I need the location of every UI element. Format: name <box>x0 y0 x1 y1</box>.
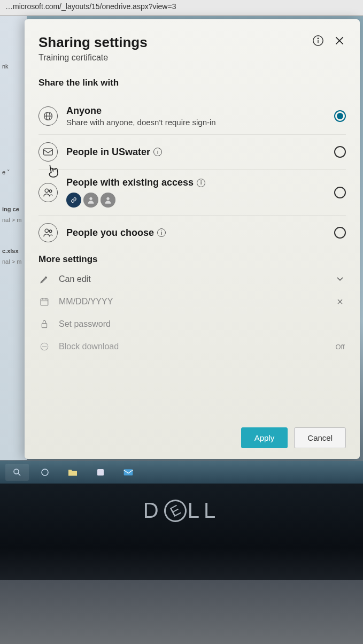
desk-surface <box>0 580 363 644</box>
bg-file2: c.xlsx <box>0 243 27 258</box>
bg-nav-item: nk <box>0 59 27 74</box>
more-settings-section: More settings Can edit MM/DD/YYYY Set p <box>38 254 346 358</box>
url-text: …microsoft.com/_layouts/15/onedrive.aspx… <box>5 2 176 11</box>
dialog-subtitle: Training certificate <box>38 53 148 63</box>
option-existing-access[interactable]: People with existing access i <box>38 170 346 216</box>
option-anyone[interactable]: Anyone Share with anyone, doesn't requir… <box>38 98 346 135</box>
more-settings-label: More settings <box>38 254 346 265</box>
expiry-date-input[interactable]: MM/DD/YYYY <box>38 290 346 313</box>
block-icon <box>38 342 50 351</box>
taskbar-mail-icon[interactable] <box>117 464 140 481</box>
svg-point-12 <box>106 197 109 200</box>
person-avatar-icon <box>83 193 98 208</box>
bg-file1: ing ce <box>0 202 27 217</box>
radio-anyone[interactable] <box>334 110 346 122</box>
bg-file1-path: nal > m <box>0 217 27 227</box>
password-placeholder: Set password <box>59 319 346 329</box>
taskbar-cortana-icon[interactable] <box>33 464 57 481</box>
svg-rect-28 <box>124 469 133 476</box>
info-icon[interactable]: i <box>157 228 166 237</box>
info-icon[interactable]: i <box>153 148 162 156</box>
option-organization[interactable]: People in USwater i <box>38 135 346 170</box>
option-anyone-sub: Share with anyone, doesn't require sign-… <box>66 118 326 127</box>
chevron-down-icon <box>334 277 346 282</box>
permission-value: Can edit <box>59 274 326 284</box>
link-avatar-icon <box>66 193 81 208</box>
block-download-toggle[interactable]: Block download Off <box>38 335 346 358</box>
windows-taskbar[interactable] <box>0 461 363 484</box>
svg-rect-21 <box>42 324 47 328</box>
set-password-input[interactable]: Set password <box>38 313 346 335</box>
sharing-settings-dialog: Sharing settings Training certificate Sh… <box>25 19 360 459</box>
existing-access-avatars <box>66 193 326 208</box>
dell-logo: DELL <box>143 499 220 523</box>
svg-rect-8 <box>44 149 53 155</box>
svg-point-26 <box>42 469 48 476</box>
share-options: Anyone Share with anyone, doesn't requir… <box>38 98 346 250</box>
mail-icon <box>38 142 58 162</box>
cancel-button[interactable]: Cancel <box>294 427 346 448</box>
radio-organization[interactable] <box>334 146 346 158</box>
share-link-with-label: Share the link with <box>38 78 346 88</box>
option-existing-title: People with existing access i <box>66 177 326 188</box>
globe-icon <box>38 106 58 126</box>
svg-point-24 <box>14 469 19 474</box>
info-icon[interactable]: i <box>197 179 205 187</box>
people-icon <box>38 183 58 202</box>
pencil-icon <box>38 274 50 284</box>
person-avatar-icon <box>101 193 115 208</box>
info-icon[interactable] <box>312 34 325 47</box>
bg-dropdown: e ˅ <box>0 165 27 180</box>
svg-point-11 <box>89 197 92 200</box>
expiry-placeholder: MM/DD/YYYY <box>59 297 326 306</box>
svg-point-9 <box>45 189 48 192</box>
bg-file2-path: nal > m <box>0 258 27 269</box>
dialog-header: Sharing settings Training certificate <box>38 34 346 63</box>
browser-url-bar: …microsoft.com/_layouts/15/onedrive.aspx… <box>0 0 363 16</box>
title-block: Sharing settings Training certificate <box>38 34 148 63</box>
clear-date-icon[interactable] <box>334 298 346 305</box>
option-anyone-title: Anyone <box>66 105 326 117</box>
people-plus-icon <box>38 223 58 242</box>
svg-line-25 <box>18 473 20 476</box>
option-people-you-choose[interactable]: People you choose i <box>38 216 346 250</box>
calendar-icon <box>38 297 50 306</box>
svg-rect-27 <box>97 469 104 476</box>
svg-point-13 <box>45 229 48 232</box>
permission-dropdown[interactable]: Can edit <box>38 268 346 290</box>
lock-icon <box>38 319 50 329</box>
dialog-footer: Apply Cancel <box>38 417 346 448</box>
radio-existing-access[interactable] <box>334 187 346 198</box>
taskbar-app-icon[interactable] <box>89 464 112 481</box>
dialog-title: Sharing settings <box>38 34 148 51</box>
taskbar-search-icon[interactable] <box>5 464 29 481</box>
background-content: nk e ˅ ing ce nal > m c.xlsx nal > m <box>0 16 27 460</box>
apply-button[interactable]: Apply <box>241 427 288 448</box>
svg-point-2 <box>318 38 318 39</box>
option-choose-title: People you choose i <box>66 227 326 239</box>
close-icon[interactable] <box>333 34 346 47</box>
svg-point-14 <box>49 230 52 233</box>
option-org-title: People in USwater i <box>66 147 326 158</box>
svg-rect-15 <box>41 299 48 305</box>
taskbar-explorer-icon[interactable] <box>61 464 84 481</box>
radio-people-you-choose[interactable] <box>334 227 346 239</box>
svg-point-10 <box>49 190 52 193</box>
toggle-state: Off <box>334 343 346 351</box>
block-download-label: Block download <box>59 342 326 351</box>
